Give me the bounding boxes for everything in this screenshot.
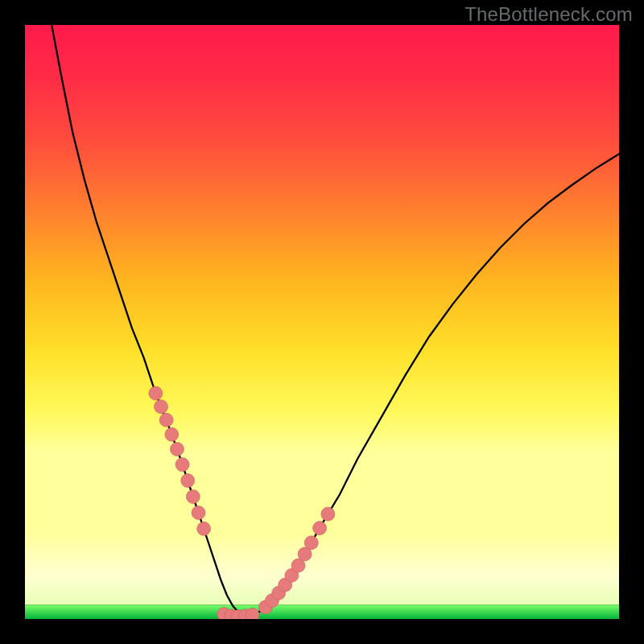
- data-marker: [246, 608, 259, 619]
- plot-area: [25, 25, 619, 619]
- data-marker: [192, 506, 205, 519]
- data-marker: [159, 413, 173, 427]
- data-marker: [186, 489, 200, 503]
- svg-rect-1: [25, 533, 619, 605]
- svg-rect-2: [25, 605, 619, 619]
- data-marker: [313, 522, 327, 535]
- data-marker: [155, 400, 168, 414]
- data-marker: [170, 442, 184, 456]
- data-marker: [175, 458, 189, 472]
- data-marker: [197, 522, 211, 535]
- watermark-text: TheBottleneck.com: [464, 3, 633, 26]
- data-marker: [149, 386, 163, 400]
- data-marker: [304, 536, 318, 550]
- data-marker: [181, 474, 195, 488]
- chart-frame: TheBottleneck.com: [0, 0, 644, 644]
- data-marker: [165, 427, 179, 441]
- data-marker: [321, 507, 335, 521]
- chart-svg: [25, 25, 619, 619]
- svg-rect-0: [25, 25, 619, 533]
